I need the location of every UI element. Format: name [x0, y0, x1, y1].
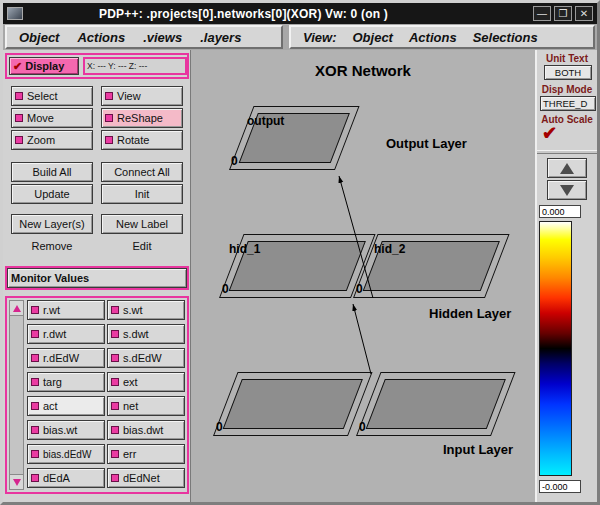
xyz-coordinates: X: --- Y: --- Z: --- — [83, 57, 187, 75]
network-title: XOR Network — [191, 62, 535, 79]
layer-in2[interactable] — [356, 372, 516, 436]
monitor-button-r-wt[interactable]: r.wt — [27, 300, 105, 320]
edit-button[interactable]: Edit — [101, 236, 183, 256]
view-button[interactable]: View — [101, 86, 183, 106]
close-button[interactable]: ✕ — [575, 6, 593, 21]
scroll-up-icon — [13, 305, 21, 312]
monitor-button-err[interactable]: err — [107, 444, 185, 464]
monitor-label: net — [123, 400, 138, 412]
new-label-button[interactable]: New Label — [101, 214, 183, 234]
disp-mode-select[interactable]: THREE_D — [540, 96, 596, 111]
indicator-icon — [105, 114, 113, 122]
monitor-values-label: Monitor Values — [11, 272, 89, 284]
scroll-down-button[interactable] — [10, 474, 23, 489]
menu-object[interactable]: Object — [19, 30, 59, 45]
monitor-button-targ[interactable]: targ — [27, 372, 105, 392]
indicator-icon — [111, 402, 119, 410]
monitor-scrollbar[interactable] — [9, 300, 24, 490]
scale-panel: Unit Text BOTH Disp Mode THREE_D Auto Sc… — [535, 50, 597, 502]
display-group: ✔ Display X: --- Y: --- Z: --- — [5, 53, 189, 79]
display-toggle[interactable]: ✔ Display — [9, 57, 79, 75]
main-menu: Object Actions .views .layers — [5, 25, 283, 49]
monitor-label: dEdNet — [123, 472, 160, 484]
monitor-label: s.wt — [123, 304, 143, 316]
window-icon[interactable] — [7, 7, 23, 20]
select-label: Select — [27, 90, 58, 102]
zoom-button[interactable]: Zoom — [11, 130, 93, 150]
monitor-button-s-wt[interactable]: s.wt — [107, 300, 185, 320]
menu-views[interactable]: .views — [143, 30, 182, 45]
output-layer-name: output — [247, 114, 284, 128]
monitor-label: targ — [43, 376, 62, 388]
input-layer-caption: Input Layer — [443, 442, 513, 457]
minimize-button[interactable]: — — [533, 6, 551, 21]
panel-divider — [537, 150, 597, 154]
build-all-button[interactable]: Build All — [11, 162, 93, 182]
reshape-button[interactable]: ReShape — [101, 108, 183, 128]
indicator-icon — [105, 92, 113, 100]
monitor-button-s-dedw[interactable]: s.dEdW — [107, 348, 185, 368]
control-panel: ✔ Display X: --- Y: --- Z: --- Select Vi… — [3, 50, 191, 502]
monitor-button-s-dwt[interactable]: s.dwt — [107, 324, 185, 344]
connect-all-button[interactable]: Connect All — [101, 162, 183, 182]
unit-text-label: Unit Text — [537, 53, 597, 64]
view-menu-actions[interactable]: Actions — [409, 30, 457, 45]
indicator-icon — [111, 474, 119, 482]
select-button[interactable]: Select — [11, 86, 93, 106]
update-button[interactable]: Update — [11, 184, 93, 204]
scale-up-button[interactable] — [547, 158, 587, 178]
monitor-values-group: Monitor Values — [5, 266, 189, 290]
indicator-icon — [31, 378, 39, 386]
reshape-label: ReShape — [117, 112, 163, 124]
monitor-button-net[interactable]: net — [107, 396, 185, 416]
init-label: Init — [135, 188, 150, 200]
monitor-button-bias-wt[interactable]: bias.wt — [27, 420, 105, 440]
monitor-button-r-dedw[interactable]: r.dEdW — [27, 348, 105, 368]
view-menu-selections[interactable]: Selections — [473, 30, 538, 45]
monitor-button-act[interactable]: act — [27, 396, 105, 416]
rotate-button[interactable]: Rotate — [101, 130, 183, 150]
pdp-window: PDP++: .projects[0].networks[0](XOR) Vw:… — [0, 0, 600, 505]
scroll-up-button[interactable] — [10, 301, 23, 316]
monitor-label: s.dwt — [123, 328, 149, 340]
view-label: View — [117, 90, 141, 102]
monitor-button-dednet[interactable]: dEdNet — [107, 468, 185, 488]
auto-scale-checkbox[interactable]: ✔ — [542, 122, 557, 144]
indicator-icon — [111, 306, 119, 314]
menu-layers[interactable]: .layers — [200, 30, 241, 45]
indicator-icon — [111, 378, 119, 386]
layer-in1[interactable] — [213, 372, 373, 436]
indicator-icon — [31, 450, 39, 458]
display-label: Display — [25, 60, 64, 72]
indicator-icon — [31, 426, 39, 434]
monitor-button-ext[interactable]: ext — [107, 372, 185, 392]
monitor-label: r.dEdW — [43, 352, 79, 364]
new-layers-button[interactable]: New Layer(s) — [11, 214, 93, 234]
maximize-button[interactable]: ❐ — [554, 6, 572, 21]
monitor-label: dEdA — [43, 472, 70, 484]
view-menu-object[interactable]: Object — [352, 30, 392, 45]
scale-max-field[interactable]: 0.000 — [539, 205, 581, 218]
move-button[interactable]: Move — [11, 108, 93, 128]
scale-min-field[interactable]: -0.000 — [539, 480, 581, 493]
monitor-label: err — [123, 448, 136, 460]
monitor-button-r-dwt[interactable]: r.dwt — [27, 324, 105, 344]
menu-actions[interactable]: Actions — [77, 30, 125, 45]
unit-text-select[interactable]: BOTH — [544, 65, 592, 80]
window-title: PDP++: .projects[0].networks[0](XOR) Vw:… — [29, 7, 533, 21]
monitor-button-bias-dwt[interactable]: bias.dwt — [107, 420, 185, 440]
title-bar: PDP++: .projects[0].networks[0](XOR) Vw:… — [3, 3, 597, 24]
check-icon: ✔ — [13, 60, 22, 73]
scale-down-button[interactable] — [547, 180, 587, 200]
remove-button[interactable]: Remove — [11, 236, 93, 256]
monitor-button-deda[interactable]: dEdA — [27, 468, 105, 488]
init-button[interactable]: Init — [101, 184, 183, 204]
connect-all-label: Connect All — [114, 166, 170, 178]
monitor-button-bias-dedw[interactable]: bias.dEdW — [27, 444, 105, 464]
network-canvas[interactable]: XOR Network output 0 Output Layer hid_1 … — [191, 50, 535, 502]
hidden-layer-caption: Hidden Layer — [429, 306, 511, 321]
indicator-icon — [111, 426, 119, 434]
monitor-label: r.dwt — [43, 328, 66, 340]
monitor-label: bias.dwt — [123, 424, 163, 436]
monitor-values-menu[interactable]: Monitor Values — [7, 268, 187, 288]
